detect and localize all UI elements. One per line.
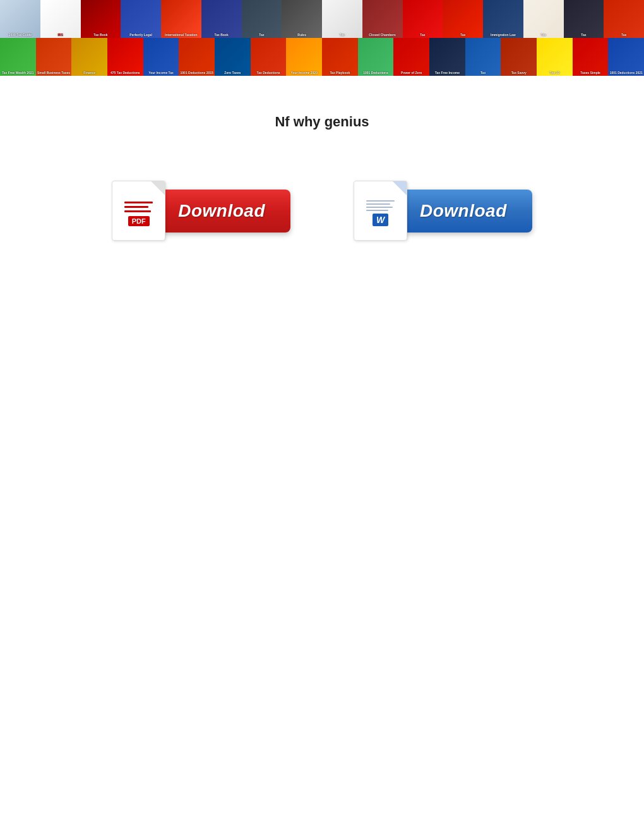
book-row-2: Tax Free Wealth 2021 Small Business Taxe…	[0, 38, 644, 76]
pdf-badge: PDF	[128, 216, 150, 226]
book-item: Immigration Law	[483, 0, 523, 38]
book-item: Tax	[322, 0, 362, 38]
word-fold	[393, 181, 407, 195]
book-item: Tax	[242, 0, 282, 38]
word-line	[366, 203, 390, 205]
book-item: Tax Deductions	[251, 38, 287, 76]
book-item: Small Business Taxes	[36, 38, 72, 76]
pdf-lines	[124, 202, 153, 212]
book-item: Rules	[282, 0, 322, 38]
word-line	[366, 207, 393, 208]
book-item: Tax Free Income	[429, 38, 465, 76]
book-item: Tax	[564, 0, 604, 38]
book-item: IRS	[40, 0, 81, 38]
book-item: 1001 Deductions	[358, 38, 394, 76]
book-banner: 2009 Tax Guide IRS Tax Book Perfectly Le…	[0, 0, 644, 76]
book-item: Power of Zero	[393, 38, 429, 76]
pdf-line	[124, 206, 148, 208]
book-item: Top 10	[537, 38, 573, 76]
book-item: 475 Tax Deductions	[107, 38, 143, 76]
word-line	[366, 210, 388, 211]
book-item: Perfectly Legal	[121, 0, 161, 38]
word-icon: W	[354, 181, 407, 241]
book-item: Tax	[465, 38, 501, 76]
book-item: Tax Savvy	[501, 38, 537, 76]
book-item: Tax	[604, 0, 644, 38]
pdf-line	[124, 202, 153, 203]
book-item: 1001 Deductions 2021	[608, 38, 644, 76]
book-item: Your Income Tax	[143, 38, 179, 76]
book-item: Tax	[403, 0, 443, 38]
book-item: Your Income 2020	[286, 38, 322, 76]
word-badge: W	[373, 214, 388, 226]
book-item: Taxes Simple	[573, 38, 609, 76]
book-item: Tax Free Wealth 2021	[0, 38, 36, 76]
book-item: 2009 Tax Guide	[0, 0, 40, 38]
pdf-download-button[interactable]: PDF Download	[112, 181, 290, 241]
book-item: Zero Taxes	[215, 38, 251, 76]
word-download-button[interactable]: W Download	[354, 181, 532, 241]
book-item: Tax Book	[81, 0, 121, 38]
pdf-icon: PDF	[112, 181, 165, 241]
book-item: Tax	[443, 0, 483, 38]
word-lines	[366, 200, 395, 211]
book-item: Tax Book	[201, 0, 242, 38]
word-download-btn[interactable]: Download	[401, 190, 532, 233]
page-title: Nf why genius	[275, 114, 369, 130]
book-row-1: 2009 Tax Guide IRS Tax Book Perfectly Le…	[0, 0, 644, 38]
download-buttons-row: PDF Download W Download	[13, 181, 631, 241]
pdf-download-btn[interactable]: Download	[159, 190, 290, 233]
pdf-fold	[151, 181, 165, 195]
book-item: 1001 Deductions 2015	[179, 38, 215, 76]
book-item: International Taxation	[161, 0, 201, 38]
book-item: Finance	[71, 38, 107, 76]
main-content: Nf why genius PDF Download	[0, 76, 644, 266]
word-line	[366, 200, 395, 202]
book-item: Tax	[523, 0, 564, 38]
pdf-line	[124, 210, 151, 212]
book-item: Tax Playbook	[322, 38, 358, 76]
book-item: Closed Chambers	[362, 0, 403, 38]
